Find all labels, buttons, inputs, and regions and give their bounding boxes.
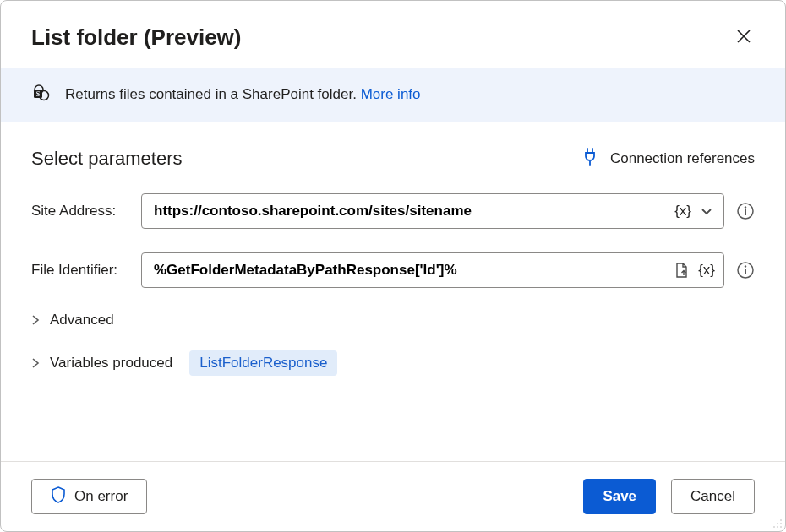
plug-icon — [581, 147, 598, 170]
svg-point-11 — [777, 523, 778, 524]
file-identifier-field[interactable]: {x} — [141, 252, 724, 288]
site-address-label: Site Address: — [31, 203, 141, 220]
dialog-title: List folder (Preview) — [31, 24, 242, 51]
cancel-button[interactable]: Cancel — [671, 479, 755, 514]
close-icon — [736, 34, 751, 46]
info-banner: S Returns files contained in a SharePoin… — [1, 68, 785, 122]
resize-grip-icon[interactable] — [771, 517, 783, 529]
svg-text:S: S — [36, 90, 41, 98]
svg-rect-9 — [745, 269, 746, 274]
site-address-input[interactable] — [154, 203, 671, 220]
sharepoint-icon: S — [31, 83, 52, 106]
svg-point-13 — [773, 526, 775, 528]
variable-token-button[interactable]: {x} — [695, 262, 718, 279]
svg-point-5 — [745, 206, 746, 208]
on-error-label: On error — [74, 488, 128, 505]
file-identifier-input[interactable] — [154, 262, 668, 279]
save-button[interactable]: Save — [583, 479, 656, 514]
advanced-toggle[interactable]: Advanced — [31, 312, 755, 328]
section-title: Select parameters — [31, 148, 183, 170]
svg-point-12 — [780, 523, 782, 524]
svg-rect-6 — [745, 209, 746, 215]
file-identifier-label: File Identifier: — [31, 262, 141, 279]
banner-text: Returns files contained in a SharePoint … — [65, 86, 421, 103]
advanced-label: Advanced — [50, 312, 114, 328]
shield-icon — [51, 486, 66, 508]
svg-point-14 — [777, 526, 778, 528]
connection-references-label: Connection references — [610, 150, 755, 167]
chevron-right-icon — [31, 357, 41, 369]
variables-produced-label: Variables produced — [50, 355, 172, 372]
chevron-down-icon[interactable] — [695, 201, 718, 221]
file-identifier-help-icon[interactable] — [736, 261, 755, 280]
more-info-link[interactable]: More info — [361, 86, 421, 102]
site-address-help-icon[interactable] — [736, 202, 755, 220]
variables-produced-toggle[interactable]: Variables produced ListFolderResponse — [31, 350, 755, 376]
connection-references-button[interactable]: Connection references — [581, 147, 755, 170]
chevron-right-icon — [31, 314, 41, 326]
svg-point-8 — [745, 265, 746, 267]
site-address-combobox[interactable]: {x} — [141, 193, 724, 229]
banner-description: Returns files contained in a SharePoint … — [65, 86, 361, 102]
on-error-button[interactable]: On error — [31, 479, 147, 514]
svg-point-10 — [780, 519, 782, 521]
variable-chip[interactable]: ListFolderResponse — [189, 350, 337, 376]
variable-token-button[interactable]: {x} — [671, 203, 695, 220]
svg-point-15 — [780, 526, 782, 528]
file-picker-icon[interactable] — [668, 258, 695, 282]
close-button[interactable] — [733, 25, 755, 50]
